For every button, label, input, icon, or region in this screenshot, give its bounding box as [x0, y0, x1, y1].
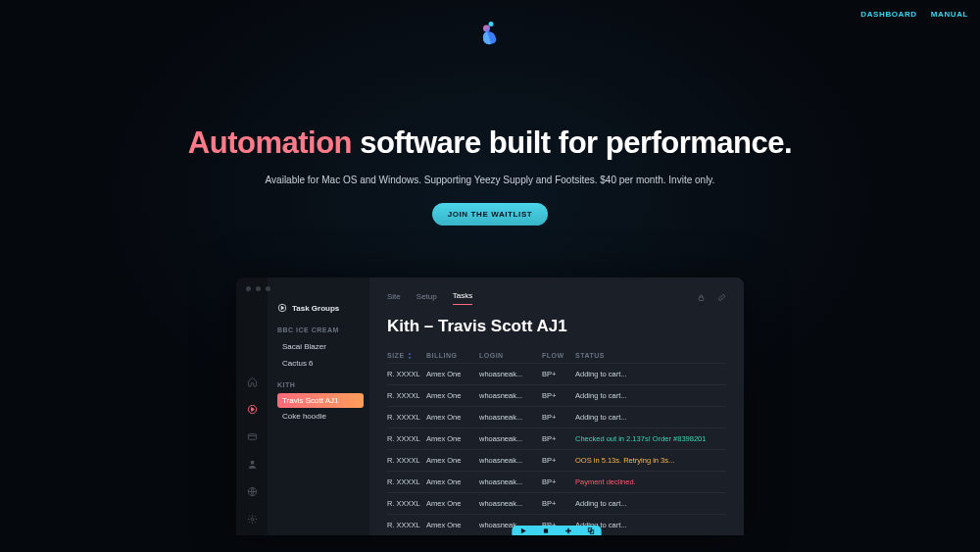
cell-size: R. XXXXL — [387, 370, 426, 378]
table-row[interactable]: R. XXXXLAmex Onewhoasneak...BP+Adding to… — [387, 384, 726, 406]
group-item-travis[interactable]: Travis Scott AJ1 — [277, 393, 364, 408]
hero: Automation software built for performanc… — [0, 125, 980, 226]
table-row[interactable]: R. XXXXLAmex Onewhoasneak...BP+Adding to… — [387, 363, 726, 384]
table-header: SIZE BILLING LOGIN FLOW STATUS — [387, 348, 726, 363]
window-max-dot[interactable] — [266, 286, 270, 291]
col-status[interactable]: STATUS — [575, 352, 726, 359]
cell-login: whoasneak... — [479, 370, 542, 378]
svg-rect-8 — [699, 297, 704, 300]
cell-login: whoasneak... — [479, 456, 542, 465]
hero-subtitle: Available for Mac OS and Windows. Suppor… — [0, 175, 980, 185]
col-size[interactable]: SIZE — [387, 352, 426, 359]
cell-size: R. XXXXL — [387, 499, 426, 508]
sort-icon — [407, 353, 413, 359]
cell-login: whoasneak... — [479, 477, 542, 486]
app-window: Task Groups BBC ICE CREAM Sacai Blazer C… — [236, 277, 744, 535]
cell-flow: BP+ — [542, 413, 575, 422]
table-row[interactable]: R. XXXXLAmex Onewhoasneak...BP+Checked o… — [387, 427, 726, 449]
logo — [479, 22, 501, 51]
tab-site[interactable]: Site — [387, 292, 401, 305]
cell-status: Adding to cart... — [575, 391, 726, 400]
join-waitlist-button[interactable]: JOIN THE WAITLIST — [432, 203, 549, 226]
window-close-dot[interactable] — [246, 286, 251, 291]
cell-status: Adding to cart... — [575, 499, 726, 508]
group-item-sacai[interactable]: Sacai Blazer — [277, 338, 364, 355]
tab-tasks[interactable]: Tasks — [453, 291, 472, 305]
bottom-action-bar — [513, 526, 602, 535]
sidebar: Task Groups BBC ICE CREAM Sacai Blazer C… — [268, 277, 369, 535]
left-rail — [236, 277, 268, 535]
cell-flow: BP+ — [542, 434, 575, 443]
hero-title: Automation software built for performanc… — [0, 125, 980, 161]
cell-status: Adding to cart... — [575, 370, 726, 378]
nav-dashboard[interactable]: DASHBOARD — [860, 10, 916, 19]
group-item-coke[interactable]: Coke hoodie — [277, 408, 364, 425]
cell-billing: Amex One — [426, 477, 479, 486]
sidebar-header: Task Groups — [277, 303, 364, 313]
table-row[interactable]: R. XXXXLAmex Onewhoasneak...BP+Adding to… — [387, 492, 726, 514]
play-circle-small-icon — [277, 303, 287, 313]
tab-action-icons — [697, 293, 726, 304]
table-row[interactable]: R. XXXXLAmex Onewhoasneak...BP+Payment d… — [387, 471, 726, 492]
hero-title-rest: software built for performance. — [352, 125, 792, 160]
cell-flow: BP+ — [542, 370, 575, 378]
cell-billing: Amex One — [426, 434, 479, 443]
cell-login: whoasneak... — [479, 434, 542, 443]
svg-point-6 — [251, 518, 254, 521]
table-body: R. XXXXLAmex Onewhoasneak...BP+Adding to… — [387, 363, 726, 535]
copy-button[interactable] — [580, 526, 602, 535]
group-label-bbc: BBC ICE CREAM — [277, 326, 364, 333]
svg-point-4 — [250, 460, 254, 464]
sidebar-title: Task Groups — [292, 304, 339, 313]
cell-status: Checked out in 2.137s! Order #8398201 — [575, 434, 726, 443]
cell-login: whoasneak... — [479, 413, 542, 422]
tab-setup[interactable]: Setup — [416, 292, 437, 305]
col-login[interactable]: LOGIN — [479, 352, 542, 359]
window-min-dot[interactable] — [256, 286, 261, 291]
cell-flow: BP+ — [542, 477, 575, 486]
col-flow[interactable]: FLOW — [542, 352, 575, 359]
table-row[interactable]: R. XXXXLAmex Onewhoasneak...BP+OOS in 5.… — [387, 449, 726, 471]
cell-login: whoasneak... — [479, 499, 542, 508]
cell-billing: Amex One — [426, 456, 479, 465]
svg-rect-3 — [248, 433, 256, 439]
cell-billing: Amex One — [426, 499, 479, 508]
svg-rect-9 — [543, 528, 547, 532]
group-item-cactus[interactable]: Cactus 6 — [277, 355, 364, 372]
svg-point-0 — [489, 22, 494, 26]
add-button[interactable] — [558, 526, 579, 535]
cell-size: R. XXXXL — [387, 456, 426, 465]
page-title: Kith – Travis Scott AJ1 — [387, 317, 726, 336]
cell-status: Adding to cart... — [575, 413, 726, 422]
lock-icon[interactable] — [697, 293, 706, 304]
cell-size: R. XXXXL — [387, 521, 426, 529]
cell-flow: BP+ — [542, 499, 575, 508]
cell-billing: Amex One — [426, 370, 479, 378]
hero-title-accent: Automation — [188, 125, 352, 160]
card-icon[interactable] — [246, 430, 258, 442]
cell-size: R. XXXXL — [387, 434, 426, 443]
top-nav: DASHBOARD MANUAL — [860, 10, 968, 19]
cell-billing: Amex One — [426, 413, 479, 422]
table-row[interactable]: R. XXXXLAmex Onewhoasneak...BP+Adding to… — [387, 406, 726, 427]
cell-billing: Amex One — [426, 391, 479, 400]
globe-icon[interactable] — [246, 485, 258, 497]
link-icon[interactable] — [717, 293, 726, 304]
cell-size: R. XXXXL — [387, 391, 426, 400]
cell-billing: Amex One — [426, 521, 479, 529]
gear-icon[interactable] — [246, 513, 258, 525]
window-controls[interactable] — [246, 286, 270, 291]
play-circle-icon[interactable] — [246, 403, 258, 415]
cell-flow: BP+ — [542, 456, 575, 465]
home-icon[interactable] — [246, 376, 258, 387]
play-button[interactable] — [513, 526, 534, 535]
col-billing[interactable]: BILLING — [426, 352, 479, 359]
stop-button[interactable] — [535, 526, 557, 535]
main-panel: Site Setup Tasks Kith – Travis Scott AJ1… — [369, 277, 744, 535]
cell-flow: BP+ — [542, 391, 575, 400]
nav-manual[interactable]: MANUAL — [931, 10, 968, 19]
tabs: Site Setup Tasks — [387, 291, 726, 305]
user-icon[interactable] — [246, 458, 258, 470]
cell-size: R. XXXXL — [387, 413, 426, 422]
svg-point-1 — [483, 25, 490, 32]
